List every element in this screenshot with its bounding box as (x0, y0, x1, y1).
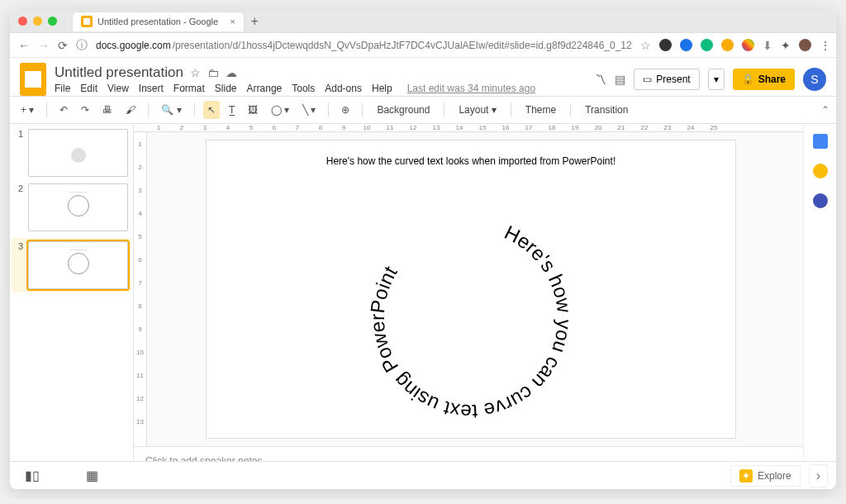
select-tool[interactable]: ↖ (203, 101, 220, 119)
window-close-icon[interactable] (18, 17, 27, 26)
bookmark-icon[interactable]: ☆ (640, 39, 651, 52)
horizontal-ruler: 1234567891011121314151617181920212223242… (134, 124, 803, 132)
shape-tool[interactable]: ◯ ▾ (267, 101, 293, 119)
comment-tool[interactable]: ⊕ (337, 101, 354, 119)
grid-view-icon[interactable]: ▦ (79, 464, 105, 487)
toolbar: + ▾ ↶ ↷ 🖶 🖌 🔍 ▾ ↖ T̲ 🖼 ◯ ▾ ╲ ▾ ⊕ Backgro… (10, 96, 836, 124)
keep-icon[interactable] (813, 164, 828, 178)
notes-placeholder: Click to add speaker notes (145, 455, 262, 461)
move-icon[interactable]: 🗀 (207, 66, 219, 79)
comments-icon[interactable]: ▤ (615, 73, 625, 86)
window-zoom-icon[interactable] (48, 17, 57, 26)
collapse-toolbar-icon[interactable]: ⌃ (821, 104, 829, 116)
url-host: docs.google.com (96, 40, 171, 51)
speaker-notes[interactable]: Click to add speaker notes (134, 446, 803, 461)
account-avatar[interactable]: S (803, 68, 826, 91)
profile-avatar[interactable] (799, 39, 811, 51)
docs-header: Untitled presentation ☆ 🗀 ☁ File Edit Vi… (10, 58, 836, 96)
extension-icon[interactable] (721, 39, 734, 51)
nav-back-icon[interactable]: ← (18, 39, 30, 52)
tasks-icon[interactable] (813, 193, 828, 208)
explore-button[interactable]: ✦ Explore (730, 465, 801, 487)
undo-button[interactable]: ↶ (55, 101, 72, 119)
thumbnail-row[interactable]: 3 — — — — — — (12, 238, 131, 292)
svg-text:Here's how you can curve text : Here's how you can curve text using Powe… (366, 221, 576, 421)
menu-addons[interactable]: Add-ons (325, 83, 362, 94)
present-icon: ▭ (643, 74, 652, 85)
explore-icon: ✦ (739, 469, 753, 483)
thumbnail-row[interactable]: 2 — — — — — — (15, 183, 128, 231)
slide-thumbnail[interactable]: — — — — — — (28, 241, 128, 289)
slide-thumbnails: 1 2 — — — — — — 3 — — — — — — (10, 124, 134, 461)
tab-favicon (81, 16, 93, 27)
side-panel (803, 124, 836, 461)
explore-label: Explore (758, 470, 791, 482)
redo-button[interactable]: ↷ (77, 101, 93, 119)
slide-canvas[interactable]: Here's how the curved text looks when im… (207, 140, 735, 438)
slide-thumbnail[interactable]: — — — — — — (28, 183, 128, 231)
browser-tab[interactable]: Untitled presentation - Google × (72, 12, 245, 31)
present-button[interactable]: ▭ Present (634, 69, 699, 90)
slide-number: 3 (15, 241, 23, 289)
url-path: /presentation/d/1hoss4jDctewqddsN_QvVsDp… (173, 40, 632, 51)
extension-icon[interactable] (701, 39, 713, 51)
menu-help[interactable]: Help (372, 83, 392, 94)
lock-icon: 🔒 (742, 74, 754, 85)
menu-view[interactable]: View (107, 83, 129, 94)
slide-number: 2 (15, 183, 23, 231)
document-title[interactable]: Untitled presentation (55, 64, 183, 81)
canvas[interactable]: Here's how the curved text looks when im… (147, 132, 803, 446)
present-dropdown[interactable]: ▾ (708, 69, 725, 90)
download-icon[interactable]: ⬇ (763, 39, 772, 52)
share-button[interactable]: 🔒 Share (733, 69, 795, 90)
browser-titlebar: Untitled presentation - Google × + (10, 10, 836, 33)
slides-logo-icon[interactable] (20, 63, 46, 96)
vertical-ruler: 12345678910111213 (134, 132, 147, 446)
activity-icon[interactable]: 〽 (595, 73, 606, 86)
browser-urlbar: ← → ⟳ ⓘ docs.google.com/presentation/d/1… (10, 33, 836, 58)
extensions-menu-icon[interactable]: ✦ (781, 39, 791, 52)
extension-icon[interactable] (659, 39, 672, 51)
nav-forward-icon[interactable]: → (38, 39, 50, 52)
theme-button[interactable]: Theme (520, 101, 562, 119)
tab-title: Untitled presentation - Google (97, 17, 218, 26)
menu-arrange[interactable]: Arrange (247, 83, 283, 94)
menu-tools[interactable]: Tools (292, 83, 315, 94)
window-minimize-icon[interactable] (33, 17, 42, 26)
nav-reload-icon[interactable]: ⟳ (58, 39, 68, 52)
star-icon[interactable]: ☆ (190, 66, 201, 79)
site-info-icon[interactable]: ⓘ (76, 38, 88, 53)
menu-edit[interactable]: Edit (80, 83, 97, 94)
expand-chevron-icon[interactable]: › (809, 464, 828, 487)
layout-button[interactable]: Layout ▾ (453, 101, 501, 119)
url-field[interactable]: docs.google.com/presentation/d/1hoss4jDc… (96, 40, 632, 51)
status-bar: ▮▯ ▦ ✦ Explore › (10, 461, 836, 489)
zoom-button[interactable]: 🔍 ▾ (157, 101, 185, 119)
menu-file[interactable]: File (55, 83, 70, 94)
background-button[interactable]: Background (371, 101, 435, 119)
filmstrip-view-icon[interactable]: ▮▯ (18, 464, 46, 487)
paint-format-button[interactable]: 🖌 (121, 101, 140, 119)
extension-icon[interactable] (680, 39, 692, 51)
thumbnail-row[interactable]: 1 (15, 129, 128, 177)
calendar-icon[interactable] (813, 134, 828, 149)
textbox-tool[interactable]: T̲ (225, 101, 239, 119)
curved-text[interactable]: Here's how you can curve text using Powe… (355, 207, 587, 425)
cloud-status-icon[interactable]: ☁ (226, 66, 237, 79)
menu-slide[interactable]: Slide (215, 83, 237, 94)
browser-menu-icon[interactable]: ⋮ (820, 39, 831, 52)
menu-format[interactable]: Format (173, 83, 205, 94)
transition-button[interactable]: Transition (579, 101, 634, 119)
extension-icon[interactable] (742, 39, 754, 51)
line-tool[interactable]: ╲ ▾ (298, 101, 320, 119)
slide-heading[interactable]: Here's how the curved text looks when im… (207, 140, 735, 167)
print-button[interactable]: 🖶 (98, 101, 116, 119)
new-tab-button[interactable]: + (251, 14, 259, 29)
last-edit-info[interactable]: Last edit was 34 minutes ago (407, 83, 535, 94)
present-label: Present (656, 74, 690, 85)
tab-close-icon[interactable]: × (230, 17, 235, 26)
menu-insert[interactable]: Insert (139, 83, 164, 94)
image-tool[interactable]: 🖼 (244, 101, 262, 119)
slide-thumbnail[interactable] (28, 129, 128, 177)
new-slide-button[interactable]: + ▾ (17, 101, 38, 119)
